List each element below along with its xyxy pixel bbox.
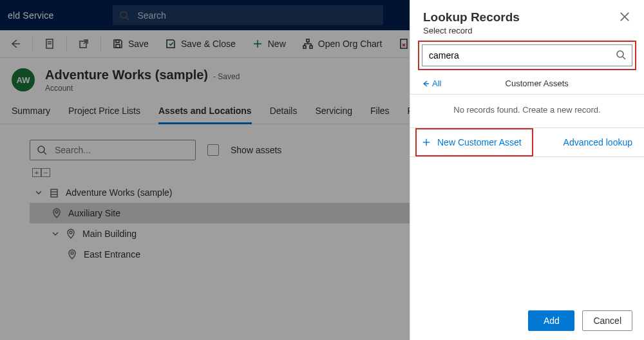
- svg-line-25: [623, 57, 625, 59]
- global-search[interactable]: [113, 5, 383, 25]
- saved-indicator: - Saved: [213, 72, 240, 81]
- popout-icon: [79, 39, 89, 49]
- avatar: AW: [12, 68, 35, 91]
- form-selector-button[interactable]: [38, 30, 61, 57]
- global-search-input[interactable]: [136, 10, 377, 21]
- tab-files[interactable]: Files: [370, 99, 390, 124]
- save-close-button[interactable]: Save & Close: [159, 30, 242, 57]
- svg-rect-11: [303, 46, 306, 48]
- save-button[interactable]: Save: [106, 30, 155, 57]
- lookup-back-all[interactable]: All: [422, 79, 441, 88]
- app-name: eld Service: [0, 10, 61, 21]
- building-icon: [49, 187, 59, 198]
- back-button[interactable]: [4, 30, 27, 57]
- tab-price-lists[interactable]: Project Price Lists: [68, 99, 140, 124]
- panel-subtitle: Select record: [423, 26, 520, 35]
- lookup-search-input[interactable]: [422, 44, 632, 66]
- search-icon: [37, 145, 47, 155]
- close-button[interactable]: [618, 10, 631, 23]
- location-icon: [52, 208, 62, 218]
- tab-details[interactable]: Details: [270, 99, 298, 124]
- svg-line-1: [126, 17, 129, 20]
- save-close-label: Save & Close: [181, 39, 236, 49]
- svg-rect-7: [116, 40, 119, 42]
- show-assets-label: Show assets: [231, 145, 281, 155]
- org-chart-icon: [303, 39, 313, 49]
- svg-rect-12: [310, 46, 312, 48]
- tab-assets-locations[interactable]: Assets and Locations: [158, 99, 252, 124]
- tree-search[interactable]: [30, 140, 196, 160]
- divider: [100, 35, 101, 52]
- search-icon: [616, 50, 626, 60]
- tree-node-label: Main Building: [82, 229, 137, 239]
- advanced-lookup-link[interactable]: Advanced lookup: [564, 137, 632, 147]
- svg-point-0: [120, 12, 127, 18]
- svg-point-22: [70, 231, 72, 234]
- svg-rect-10: [307, 39, 309, 42]
- save-icon: [113, 39, 123, 49]
- popout-button[interactable]: [72, 30, 95, 57]
- save-label: Save: [128, 39, 149, 49]
- arrow-left-icon: [10, 39, 21, 49]
- document-icon: [44, 39, 55, 49]
- cancel-button[interactable]: Cancel: [582, 310, 632, 331]
- panel-title: Lookup Records: [423, 10, 520, 24]
- expand-all-button[interactable]: +: [32, 168, 41, 177]
- save-close-icon: [166, 39, 176, 49]
- arrow-left-icon: [422, 80, 430, 88]
- chevron-down-icon: [35, 189, 43, 196]
- tree-node-label: Auxiliary Site: [68, 208, 120, 218]
- svg-point-24: [617, 51, 623, 57]
- svg-point-16: [38, 146, 44, 153]
- new-label: New Customer Asset: [437, 137, 522, 147]
- no-results-message: No records found. Create a new record.: [410, 95, 644, 128]
- lookup-category: Customer Assets: [441, 79, 632, 88]
- location-icon: [67, 249, 77, 260]
- divider: [66, 35, 67, 52]
- tab-summary[interactable]: Summary: [12, 99, 50, 124]
- org-label: Open Org Chart: [318, 39, 383, 49]
- svg-rect-18: [51, 189, 57, 197]
- tree-node-label: East Entrance: [84, 249, 140, 260]
- new-button[interactable]: New: [246, 30, 292, 57]
- lookup-panel: Lookup Records Select record All Custome…: [410, 0, 644, 340]
- new-label: New: [268, 39, 286, 49]
- plus-icon: [252, 39, 263, 49]
- open-org-chart-button[interactable]: Open Org Chart: [296, 30, 389, 57]
- location-icon: [66, 229, 76, 239]
- svg-point-23: [71, 252, 73, 254]
- back-all-label: All: [432, 79, 441, 88]
- collapse-all-button[interactable]: −: [41, 168, 50, 177]
- svg-line-17: [44, 152, 46, 155]
- close-icon: [618, 10, 631, 23]
- svg-rect-6: [116, 44, 120, 48]
- deactivate-icon: [399, 39, 409, 49]
- record-title: Adventure Works (sample): [45, 68, 208, 82]
- search-icon: [119, 10, 129, 21]
- add-button[interactable]: Add: [528, 310, 574, 331]
- tree-node-label: Adventure Works (sample): [66, 187, 172, 198]
- tree-search-input[interactable]: [53, 144, 189, 156]
- new-customer-asset-button[interactable]: New Customer Asset: [422, 133, 529, 151]
- divider: [32, 35, 33, 52]
- svg-point-21: [55, 211, 58, 213]
- tab-servicing[interactable]: Servicing: [315, 99, 352, 124]
- show-assets-checkbox[interactable]: [207, 144, 219, 156]
- plus-icon: [422, 138, 431, 147]
- svg-rect-13: [401, 39, 407, 48]
- chevron-down-icon: [52, 230, 59, 238]
